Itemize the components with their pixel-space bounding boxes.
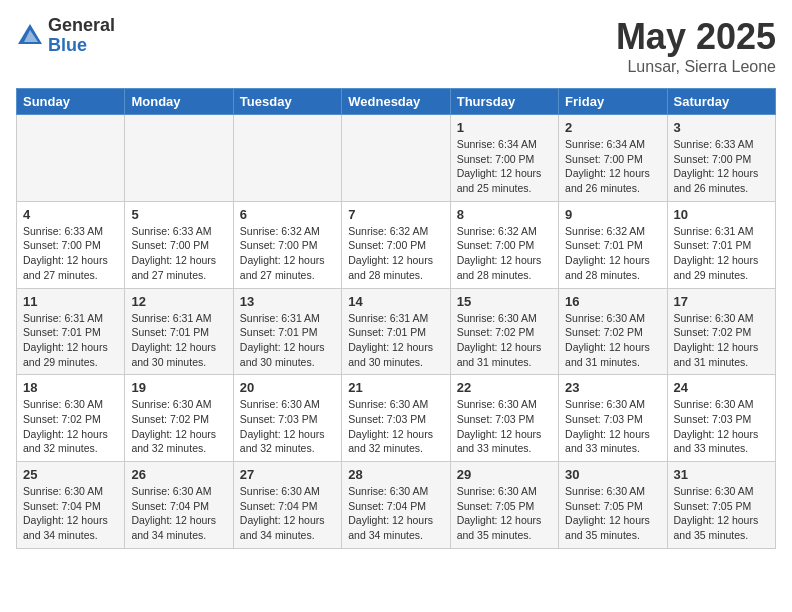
day-info: Sunrise: 6:31 AMSunset: 7:01 PMDaylight:… [348, 311, 443, 370]
day-number: 21 [348, 380, 443, 395]
calendar-cell: 31Sunrise: 6:30 AMSunset: 7:05 PMDayligh… [667, 462, 775, 549]
calendar-cell: 17Sunrise: 6:30 AMSunset: 7:02 PMDayligh… [667, 288, 775, 375]
calendar-week-5: 25Sunrise: 6:30 AMSunset: 7:04 PMDayligh… [17, 462, 776, 549]
day-info: Sunrise: 6:30 AMSunset: 7:03 PMDaylight:… [565, 397, 660, 456]
day-number: 26 [131, 467, 226, 482]
subtitle: Lunsar, Sierra Leone [616, 58, 776, 76]
calendar-cell: 19Sunrise: 6:30 AMSunset: 7:02 PMDayligh… [125, 375, 233, 462]
day-number: 30 [565, 467, 660, 482]
calendar-body: 1Sunrise: 6:34 AMSunset: 7:00 PMDaylight… [17, 115, 776, 549]
day-info: Sunrise: 6:30 AMSunset: 7:04 PMDaylight:… [348, 484, 443, 543]
day-number: 28 [348, 467, 443, 482]
logo-blue: Blue [48, 36, 115, 56]
calendar-cell: 24Sunrise: 6:30 AMSunset: 7:03 PMDayligh… [667, 375, 775, 462]
day-number: 10 [674, 207, 769, 222]
day-info: Sunrise: 6:30 AMSunset: 7:03 PMDaylight:… [674, 397, 769, 456]
day-number: 14 [348, 294, 443, 309]
calendar-cell: 25Sunrise: 6:30 AMSunset: 7:04 PMDayligh… [17, 462, 125, 549]
calendar-cell: 13Sunrise: 6:31 AMSunset: 7:01 PMDayligh… [233, 288, 341, 375]
day-number: 12 [131, 294, 226, 309]
logo-general: General [48, 16, 115, 36]
day-info: Sunrise: 6:31 AMSunset: 7:01 PMDaylight:… [674, 224, 769, 283]
day-number: 29 [457, 467, 552, 482]
day-number: 18 [23, 380, 118, 395]
day-number: 27 [240, 467, 335, 482]
day-info: Sunrise: 6:30 AMSunset: 7:02 PMDaylight:… [23, 397, 118, 456]
day-info: Sunrise: 6:30 AMSunset: 7:03 PMDaylight:… [457, 397, 552, 456]
day-info: Sunrise: 6:30 AMSunset: 7:02 PMDaylight:… [674, 311, 769, 370]
calendar-week-4: 18Sunrise: 6:30 AMSunset: 7:02 PMDayligh… [17, 375, 776, 462]
day-info: Sunrise: 6:30 AMSunset: 7:05 PMDaylight:… [457, 484, 552, 543]
day-info: Sunrise: 6:30 AMSunset: 7:03 PMDaylight:… [348, 397, 443, 456]
day-info: Sunrise: 6:30 AMSunset: 7:05 PMDaylight:… [565, 484, 660, 543]
calendar-cell: 21Sunrise: 6:30 AMSunset: 7:03 PMDayligh… [342, 375, 450, 462]
calendar-cell: 5Sunrise: 6:33 AMSunset: 7:00 PMDaylight… [125, 201, 233, 288]
calendar-cell: 30Sunrise: 6:30 AMSunset: 7:05 PMDayligh… [559, 462, 667, 549]
calendar-cell: 8Sunrise: 6:32 AMSunset: 7:00 PMDaylight… [450, 201, 558, 288]
calendar-week-1: 1Sunrise: 6:34 AMSunset: 7:00 PMDaylight… [17, 115, 776, 202]
calendar-cell [342, 115, 450, 202]
weekday-header-saturday: Saturday [667, 89, 775, 115]
day-info: Sunrise: 6:30 AMSunset: 7:02 PMDaylight:… [131, 397, 226, 456]
calendar-cell [17, 115, 125, 202]
logo-icon [16, 22, 44, 50]
day-number: 1 [457, 120, 552, 135]
calendar-cell [233, 115, 341, 202]
day-number: 8 [457, 207, 552, 222]
calendar-cell: 26Sunrise: 6:30 AMSunset: 7:04 PMDayligh… [125, 462, 233, 549]
day-number: 23 [565, 380, 660, 395]
calendar-cell: 10Sunrise: 6:31 AMSunset: 7:01 PMDayligh… [667, 201, 775, 288]
day-info: Sunrise: 6:30 AMSunset: 7:02 PMDaylight:… [457, 311, 552, 370]
weekday-header-tuesday: Tuesday [233, 89, 341, 115]
day-number: 5 [131, 207, 226, 222]
day-number: 22 [457, 380, 552, 395]
calendar-cell: 2Sunrise: 6:34 AMSunset: 7:00 PMDaylight… [559, 115, 667, 202]
weekday-header-thursday: Thursday [450, 89, 558, 115]
day-number: 17 [674, 294, 769, 309]
calendar-cell: 27Sunrise: 6:30 AMSunset: 7:04 PMDayligh… [233, 462, 341, 549]
calendar-cell: 3Sunrise: 6:33 AMSunset: 7:00 PMDaylight… [667, 115, 775, 202]
calendar-cell: 1Sunrise: 6:34 AMSunset: 7:00 PMDaylight… [450, 115, 558, 202]
logo: General Blue [16, 16, 115, 56]
day-info: Sunrise: 6:30 AMSunset: 7:04 PMDaylight:… [240, 484, 335, 543]
day-info: Sunrise: 6:30 AMSunset: 7:04 PMDaylight:… [23, 484, 118, 543]
weekday-header-row: SundayMondayTuesdayWednesdayThursdayFrid… [17, 89, 776, 115]
day-number: 16 [565, 294, 660, 309]
day-number: 31 [674, 467, 769, 482]
calendar-cell: 16Sunrise: 6:30 AMSunset: 7:02 PMDayligh… [559, 288, 667, 375]
day-info: Sunrise: 6:32 AMSunset: 7:00 PMDaylight:… [240, 224, 335, 283]
calendar-cell: 12Sunrise: 6:31 AMSunset: 7:01 PMDayligh… [125, 288, 233, 375]
day-number: 9 [565, 207, 660, 222]
day-number: 25 [23, 467, 118, 482]
day-info: Sunrise: 6:32 AMSunset: 7:01 PMDaylight:… [565, 224, 660, 283]
day-info: Sunrise: 6:32 AMSunset: 7:00 PMDaylight:… [457, 224, 552, 283]
calendar-cell: 9Sunrise: 6:32 AMSunset: 7:01 PMDaylight… [559, 201, 667, 288]
logo-text: General Blue [48, 16, 115, 56]
main-title: May 2025 [616, 16, 776, 58]
calendar-cell: 18Sunrise: 6:30 AMSunset: 7:02 PMDayligh… [17, 375, 125, 462]
day-number: 2 [565, 120, 660, 135]
day-info: Sunrise: 6:34 AMSunset: 7:00 PMDaylight:… [457, 137, 552, 196]
weekday-header-monday: Monday [125, 89, 233, 115]
day-number: 11 [23, 294, 118, 309]
day-number: 6 [240, 207, 335, 222]
calendar-week-3: 11Sunrise: 6:31 AMSunset: 7:01 PMDayligh… [17, 288, 776, 375]
day-info: Sunrise: 6:30 AMSunset: 7:02 PMDaylight:… [565, 311, 660, 370]
day-info: Sunrise: 6:30 AMSunset: 7:04 PMDaylight:… [131, 484, 226, 543]
calendar-cell [125, 115, 233, 202]
day-number: 7 [348, 207, 443, 222]
calendar-cell: 11Sunrise: 6:31 AMSunset: 7:01 PMDayligh… [17, 288, 125, 375]
day-number: 4 [23, 207, 118, 222]
day-info: Sunrise: 6:32 AMSunset: 7:00 PMDaylight:… [348, 224, 443, 283]
calendar-table: SundayMondayTuesdayWednesdayThursdayFrid… [16, 88, 776, 549]
calendar-cell: 7Sunrise: 6:32 AMSunset: 7:00 PMDaylight… [342, 201, 450, 288]
calendar-cell: 15Sunrise: 6:30 AMSunset: 7:02 PMDayligh… [450, 288, 558, 375]
day-info: Sunrise: 6:33 AMSunset: 7:00 PMDaylight:… [674, 137, 769, 196]
day-info: Sunrise: 6:30 AMSunset: 7:05 PMDaylight:… [674, 484, 769, 543]
day-info: Sunrise: 6:31 AMSunset: 7:01 PMDaylight:… [131, 311, 226, 370]
calendar-cell: 23Sunrise: 6:30 AMSunset: 7:03 PMDayligh… [559, 375, 667, 462]
day-info: Sunrise: 6:30 AMSunset: 7:03 PMDaylight:… [240, 397, 335, 456]
day-number: 3 [674, 120, 769, 135]
calendar-cell: 4Sunrise: 6:33 AMSunset: 7:00 PMDaylight… [17, 201, 125, 288]
day-info: Sunrise: 6:31 AMSunset: 7:01 PMDaylight:… [240, 311, 335, 370]
